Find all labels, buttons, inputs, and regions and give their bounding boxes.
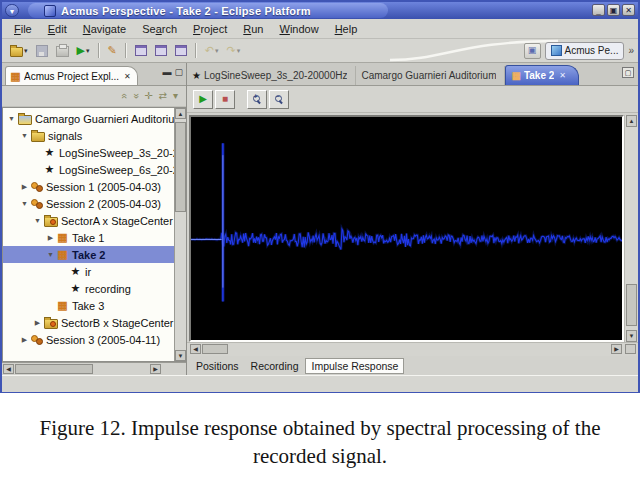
close-button[interactable]: ✕ (622, 4, 635, 16)
minimize-view-button[interactable]: ▬ (162, 67, 171, 77)
dropdown-arrow-icon: ▾ (86, 47, 90, 55)
scroll-down-icon[interactable]: ▼ (175, 350, 186, 361)
tree-item[interactable]: ▼SectorA x StageCenter (3, 212, 174, 229)
tree-item[interactable]: ▶Session 1 (2005-04-03) (3, 178, 174, 195)
zoom-in-button[interactable]: + (247, 90, 267, 109)
menu-window[interactable]: Window (271, 22, 326, 36)
window-titlebar[interactable]: ▾ Acmus Perspective - Take 2 - Eclipse P… (2, 2, 638, 19)
run-button[interactable]: ▶▾ (73, 42, 94, 59)
tree-item[interactable]: ▶SectorB x StageCenter (3, 314, 174, 331)
tree-item[interactable]: ▶Session 3 (2005-04-11) (3, 331, 174, 348)
expand-all-icon[interactable]: » (130, 93, 140, 99)
tree-vertical-scrollbar[interactable]: ▲ ▼ (174, 108, 186, 361)
minimize-button[interactable]: _ (592, 4, 605, 16)
maximize-view-button[interactable]: ▢ (174, 67, 183, 77)
tree-item[interactable]: ▼Camargo Guarnieri Auditoriu (3, 110, 174, 127)
explorer-tab-icon: ▦ (10, 71, 21, 82)
menu-file[interactable]: File (6, 22, 40, 36)
scrollbar-thumb[interactable] (15, 364, 93, 374)
close-icon[interactable]: ✕ (124, 72, 131, 81)
expander-icon[interactable]: ▼ (6, 115, 17, 122)
open-perspective-button[interactable]: ▣ (524, 43, 541, 59)
stop-button[interactable]: ■ (215, 90, 235, 109)
page-tab-positions[interactable]: Positions (191, 359, 244, 373)
expander-icon[interactable]: ▼ (19, 200, 30, 207)
menu-help[interactable]: Help (327, 22, 366, 36)
zoom-out-button[interactable]: − (269, 90, 289, 109)
main-toolbar-icons: ▾▶▾✎↶▾↷▾ (6, 41, 244, 60)
expander-icon[interactable]: ▶ (19, 336, 30, 344)
print-button[interactable] (52, 41, 73, 60)
open-view-2-button[interactable] (151, 42, 171, 59)
perspective-acmus-button[interactable]: Acmus Pe... (545, 42, 625, 60)
expander-icon[interactable]: ▶ (19, 183, 30, 191)
expander-icon[interactable]: ▼ (32, 217, 43, 224)
save-button[interactable] (32, 42, 52, 60)
collapse-all-icon[interactable]: « (119, 93, 129, 99)
toolbar-separator (125, 43, 127, 58)
tab-acmus-project-explorer[interactable]: ▦ Acmus Project Expl... ✕ (5, 66, 138, 85)
close-icon[interactable]: ✕ (559, 71, 566, 80)
editor-tab-camargo-guarnieri-auditorium[interactable]: Camargo Guarnieri Auditorium (356, 66, 505, 85)
tree-horizontal-scrollbar[interactable]: ◀ ▶ (2, 362, 186, 375)
perspective-label: Acmus Pe... (565, 45, 619, 56)
tree-item[interactable]: ★recording (3, 280, 174, 297)
expander-icon[interactable]: ▼ (19, 132, 30, 139)
view-icon (135, 45, 147, 56)
page-tab-impulse-response[interactable]: Impulse Response (305, 358, 404, 374)
editor-horizontal-scrollbar[interactable]: ◀ ▶ (187, 342, 638, 356)
tree-item-label: Camargo Guarnieri Auditoriu (35, 113, 174, 125)
scrollbar-thumb[interactable] (202, 344, 228, 354)
forward-button[interactable]: ↷▾ (222, 42, 244, 59)
expander-icon[interactable]: ▼ (45, 251, 56, 258)
editor-vertical-scrollbar[interactable]: ▲ ▼ (624, 115, 638, 342)
maximize-button[interactable]: ▣ (607, 4, 620, 16)
scroll-left-icon[interactable]: ◀ (190, 344, 201, 354)
editor-tab-logsinesweep-3s-20-20000hz[interactable]: ★LogSineSweep_3s_20-20000Hz (187, 66, 356, 85)
tree-item-label: ir (85, 266, 91, 278)
new-wizard-button[interactable]: ▾ (6, 42, 32, 60)
menu-navigate[interactable]: Navigate (75, 22, 134, 36)
play-button[interactable]: ▶ (193, 90, 213, 109)
scroll-up-icon[interactable]: ▲ (175, 108, 186, 119)
link-with-editor-icon[interactable]: ⇄ (159, 91, 167, 101)
scroll-right-icon[interactable]: ▶ (611, 344, 622, 354)
view-menu-icon[interactable]: ▾ (173, 91, 178, 101)
window-title: Acmus Perspective - Take 2 - Eclipse Pla… (61, 5, 311, 17)
menu-run[interactable]: Run (235, 22, 271, 36)
open-view-3-button[interactable] (171, 42, 191, 59)
maximize-editor-button[interactable]: ▢ (622, 67, 634, 78)
expander-icon[interactable]: ▶ (32, 319, 43, 327)
take-icon: ▦ (511, 70, 520, 81)
tree-item[interactable]: ★ir (3, 263, 174, 280)
save-icon (36, 45, 48, 57)
scrollbar-thumb[interactable] (626, 284, 637, 326)
impulse-response-canvas[interactable] (189, 115, 624, 342)
perspective-overflow-icon[interactable]: » (628, 45, 634, 56)
menu-search[interactable]: Search (134, 22, 185, 36)
editor-tab-take-2[interactable]: ▦Take 2✕ (505, 65, 579, 85)
back-button[interactable]: ↶▾ (201, 42, 223, 59)
scrollbar-thumb[interactable] (175, 122, 186, 212)
tree-item[interactable]: ★LogSineSweep_3s_20-2 (3, 144, 174, 161)
filter-icon[interactable]: ✛ (144, 91, 152, 101)
menu-edit[interactable]: Edit (40, 22, 75, 36)
open-view-1-button[interactable] (131, 42, 151, 59)
menu-project[interactable]: Project (185, 22, 235, 36)
expander-icon[interactable]: ▶ (45, 234, 56, 242)
window-menu-button[interactable]: ▾ (5, 4, 19, 17)
explorer-tab-label: Acmus Project Expl... (24, 71, 119, 82)
scroll-left-icon[interactable]: ◀ (3, 364, 14, 374)
tree-item[interactable]: ▦Take 3 (3, 297, 174, 314)
annotate-button[interactable]: ✎ (104, 42, 121, 59)
scroll-right-icon[interactable]: ▶ (150, 364, 161, 374)
tree-item[interactable]: ▶▦Take 1 (3, 229, 174, 246)
toolbar-separator (98, 43, 100, 58)
tree-item[interactable]: ▼▦Take 2 (3, 246, 174, 263)
page-tab-recording[interactable]: Recording (246, 359, 304, 373)
tree-item[interactable]: ▼Session 2 (2005-04-03) (3, 195, 174, 212)
tree-item[interactable]: ▼signals (3, 127, 174, 144)
tree-item[interactable]: ★LogSineSweep_6s_20-2 (3, 161, 174, 178)
scroll-down-icon[interactable]: ▼ (626, 330, 637, 342)
scroll-up-icon[interactable]: ▲ (626, 115, 637, 127)
